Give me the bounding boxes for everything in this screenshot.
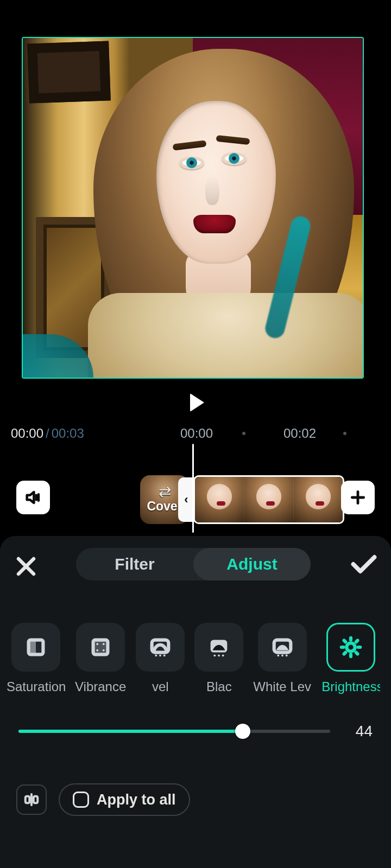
option-vibrance[interactable]: Vibrance bbox=[75, 623, 126, 694]
preview-illustration bbox=[23, 38, 363, 378]
confirm-button[interactable] bbox=[350, 553, 378, 575]
svg-point-5 bbox=[103, 643, 105, 645]
brightness-slider[interactable]: 44 bbox=[18, 720, 373, 742]
svg-point-6 bbox=[96, 649, 98, 652]
svg-point-10 bbox=[159, 654, 161, 656]
checkbox-icon bbox=[73, 792, 89, 808]
mode-toggle: Filter Adjust bbox=[76, 548, 311, 580]
speaker-icon bbox=[24, 488, 42, 507]
video-preview[interactable] bbox=[22, 37, 364, 379]
black-level-icon bbox=[206, 635, 231, 660]
clip-thumbnail bbox=[195, 477, 244, 522]
ruler-dot bbox=[343, 432, 346, 435]
svg-point-19 bbox=[286, 654, 288, 656]
saturation-icon bbox=[23, 635, 48, 660]
close-button[interactable] bbox=[13, 553, 39, 579]
adjust-options[interactable]: ast Saturation Vibrance vel bbox=[0, 623, 391, 704]
option-label: White Leve bbox=[253, 679, 312, 694]
time-row: 00:00/00:03 00:00 00:02 bbox=[0, 425, 391, 442]
svg-point-15 bbox=[222, 654, 224, 656]
clip-thumbnail bbox=[293, 477, 343, 522]
tab-adjust-label: Adjust bbox=[226, 555, 277, 573]
slider-value: 44 bbox=[340, 723, 373, 740]
option-label: Vibrance bbox=[75, 679, 126, 694]
option-white-level[interactable]: White Leve bbox=[253, 623, 312, 694]
option-label: Blac bbox=[206, 679, 232, 694]
tab-filter-label: Filter bbox=[115, 555, 154, 573]
svg-rect-23 bbox=[26, 796, 30, 803]
curve-icon bbox=[148, 635, 173, 660]
svg-point-20 bbox=[347, 643, 355, 651]
panel-header: Filter Adjust bbox=[0, 536, 391, 596]
adjust-panel: Filter Adjust ast Saturation bbox=[0, 536, 391, 868]
play-button[interactable] bbox=[182, 390, 209, 416]
option-level[interactable]: vel bbox=[136, 623, 185, 694]
ruler-tick-0: 00:00 bbox=[180, 426, 213, 441]
slider-track[interactable] bbox=[18, 730, 330, 733]
svg-point-7 bbox=[103, 649, 105, 652]
ruler-tick-2: 00:02 bbox=[283, 426, 316, 441]
svg-point-18 bbox=[281, 654, 283, 656]
time-current: 00:00 bbox=[11, 426, 43, 441]
option-label: vel bbox=[152, 679, 169, 694]
time-position: 00:00/00:03 bbox=[11, 426, 84, 441]
compare-toggle[interactable] bbox=[16, 784, 47, 815]
video-editor-root: 00:00/00:03 00:00 00:02 ⇄ Cover ‹ 3.0s bbox=[0, 0, 391, 868]
video-clip[interactable]: 3.0s bbox=[193, 475, 344, 524]
option-black-level[interactable]: Blac bbox=[194, 623, 243, 694]
svg-point-9 bbox=[155, 654, 157, 656]
apply-to-all-button[interactable]: Apply to all bbox=[59, 783, 190, 816]
tab-filter[interactable]: Filter bbox=[76, 548, 193, 580]
svg-rect-2 bbox=[29, 640, 36, 655]
slider-fill bbox=[18, 730, 243, 733]
plus-icon bbox=[349, 489, 367, 506]
brightness-icon bbox=[338, 635, 363, 660]
vibrance-icon bbox=[88, 635, 113, 660]
panel-bottom-row: Apply to all bbox=[16, 783, 190, 816]
svg-point-4 bbox=[96, 643, 98, 645]
option-brightness[interactable]: Brightness bbox=[321, 623, 380, 694]
slider-thumb[interactable] bbox=[235, 724, 250, 739]
svg-point-17 bbox=[278, 654, 280, 656]
cover-label: Cover bbox=[147, 499, 182, 514]
apply-to-all-label: Apply to all bbox=[97, 792, 176, 808]
svg-point-13 bbox=[214, 654, 216, 656]
playhead[interactable] bbox=[192, 444, 194, 533]
compare-icon bbox=[23, 792, 40, 808]
option-label: Brightness bbox=[321, 679, 380, 694]
swap-icon: ⇄ bbox=[159, 486, 171, 498]
mute-toggle[interactable] bbox=[16, 481, 50, 514]
tab-adjust[interactable]: Adjust bbox=[193, 548, 311, 580]
time-total: 00:03 bbox=[52, 426, 84, 441]
svg-rect-24 bbox=[34, 796, 38, 803]
add-clip-button[interactable] bbox=[341, 481, 375, 514]
play-icon bbox=[190, 393, 204, 412]
svg-point-11 bbox=[163, 654, 166, 656]
option-label: Saturation bbox=[7, 679, 65, 694]
clip-thumbnail bbox=[244, 477, 293, 522]
white-level-icon bbox=[270, 635, 295, 660]
option-saturation[interactable]: Saturation bbox=[7, 623, 65, 694]
svg-point-14 bbox=[218, 654, 220, 656]
timeline[interactable]: ⇄ Cover ‹ 3.0s bbox=[0, 444, 391, 536]
ruler-dot bbox=[242, 432, 245, 435]
